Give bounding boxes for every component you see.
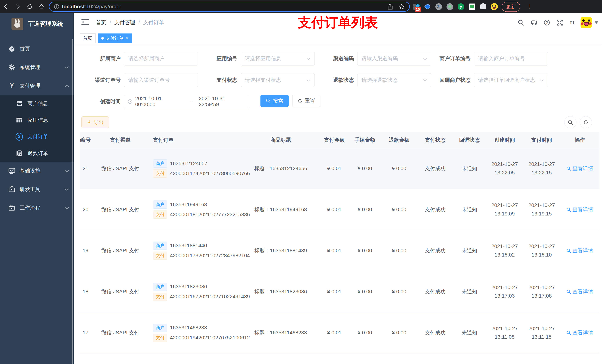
sidebar-item-dev-tools[interactable]: 研发工具 (0, 180, 74, 199)
refresh-table-button[interactable] (580, 116, 592, 128)
search-icon (567, 248, 571, 253)
reset-button[interactable]: 重置 (292, 95, 321, 107)
browser-menu-icon[interactable]: ⋮ (524, 3, 535, 10)
logo-image (11, 18, 23, 30)
status-text: 支付成功 (418, 230, 453, 271)
view-detail-link[interactable]: 查看详情 (567, 329, 593, 336)
notify-text: 未通知 (453, 312, 486, 353)
app-logo[interactable]: 芋道管理系统 (0, 13, 74, 31)
view-detail-link[interactable]: 查看详情 (567, 247, 593, 254)
browser-back-icon[interactable] (0, 2, 12, 11)
toolbox-icon (8, 186, 16, 193)
sidebar-item-home[interactable]: 首页 (0, 40, 74, 58)
table-row[interactable]: 20 微信 JSAPI 支付 商户1635311949168 支付4200001… (80, 189, 599, 230)
share-icon[interactable] (387, 3, 393, 10)
gear-icon (8, 64, 16, 71)
merchant-order-no-input-wrap[interactable] (474, 52, 548, 65)
refresh-icon (583, 119, 589, 125)
sidebar-item-app-info[interactable]: 应用信息 (0, 112, 74, 128)
search-icon (567, 331, 571, 335)
view-detail-link[interactable]: 查看详情 (567, 165, 593, 172)
sidebar-item-payment[interactable]: ¥ 支付管理 (0, 77, 74, 95)
fullscreen-icon[interactable] (555, 17, 565, 29)
app-select[interactable]: 请选择应用信息 (241, 52, 315, 65)
sidebar-scrollbar[interactable] (72, 39, 73, 364)
sidebar-item-pay-order[interactable]: ¥ 支付订单 (0, 128, 74, 145)
merchant-tag: 商户 (153, 159, 167, 167)
github-icon[interactable] (529, 17, 539, 29)
channel-code-select[interactable]: 请输入渠道编码 (357, 52, 431, 65)
browser-update-button[interactable]: 更新 (502, 2, 520, 12)
sidebar-item-system[interactable]: 系统管理 (0, 58, 74, 77)
table-row[interactable]: 17 微信 JSAPI 支付 商户1635311468233 支付4200001… (80, 312, 599, 353)
create-time-range-picker[interactable]: 2021-10-01 00:00:00 - 2021-10-31 23:59:5… (124, 95, 249, 108)
shop-icon (16, 100, 23, 107)
status-text: 支付成功 (418, 271, 453, 312)
search-icon (567, 207, 571, 212)
table-row[interactable]: 21 微信 JSAPI 支付 商户1635312124657 支付4200001… (80, 148, 599, 189)
channel-order-no-input[interactable] (128, 77, 194, 83)
pay-tag: 支付 (153, 251, 167, 260)
tag-pay-order[interactable]: 支付订单 × (98, 33, 132, 43)
svg-text:?: ? (546, 21, 548, 25)
app-title: 芋道管理系统 (28, 20, 63, 28)
font-size-icon[interactable]: tT (568, 17, 578, 29)
view-detail-link[interactable]: 查看详情 (567, 288, 593, 295)
search-button[interactable]: 搜索 (260, 95, 289, 107)
merchant-select-input[interactable] (124, 52, 198, 65)
pay-status-select[interactable]: 请选择支付状态 (241, 73, 315, 87)
browser-reload-icon[interactable] (24, 2, 35, 11)
view-detail-link[interactable]: 查看详情 (567, 206, 593, 213)
header-search-icon[interactable] (516, 17, 526, 29)
tag-close-icon[interactable]: × (126, 36, 128, 41)
user-menu-caret-icon[interactable] (595, 21, 598, 24)
site-info-icon[interactable] (54, 4, 59, 10)
refund-status-select[interactable]: 请选择退款状态 (357, 73, 431, 87)
help-icon[interactable]: ? (542, 17, 552, 29)
extension-grid-icon[interactable]: 10 (413, 3, 420, 10)
chevron-down-icon (423, 77, 427, 83)
merchant-order-no-input[interactable] (478, 56, 544, 62)
merchant-tag: 商户 (153, 200, 167, 209)
merchant-input[interactable] (128, 56, 194, 62)
sidebar-item-merchant-info[interactable]: 商户信息 (0, 95, 74, 112)
merchant-tag: 商户 (153, 283, 167, 291)
sidebar-item-infrastructure[interactable]: 基础设施 (0, 162, 74, 180)
extension-command-icon[interactable]: ⌘ (435, 3, 442, 10)
extension-emoji-icon[interactable] (491, 3, 498, 10)
channel-order-no-input-wrap[interactable] (124, 73, 198, 87)
sidebar-fold-icon[interactable] (74, 19, 93, 26)
url-bar[interactable]: localhost :1024/pay/order (49, 2, 410, 12)
extension-puzzle-icon[interactable] (479, 3, 487, 10)
extension-record-icon[interactable] (446, 3, 453, 10)
extension-pin-icon[interactable] (424, 3, 431, 10)
breadcrumb-home[interactable]: 首页 (96, 19, 106, 26)
tag-home[interactable]: 首页 (80, 33, 96, 43)
search-icon (266, 98, 271, 103)
breadcrumb-payment[interactable]: 支付管理 (114, 19, 135, 26)
status-text: 支付成功 (418, 148, 453, 189)
filter-form: 所属商户 应用编号 请选择应用信息 渠道编码 请输入渠道编码 (74, 45, 602, 108)
table-row-partial[interactable]: 商户1635311051796 (80, 353, 599, 364)
browser-home-icon[interactable] (35, 2, 47, 11)
payment-submenu: 商户信息 应用信息 ¥ 支付订单 退款订单 (0, 95, 74, 162)
notify-text: 未通知 (453, 148, 486, 189)
table-row[interactable]: 18 微信 JSAPI 支付 商户1635311823086 支付4200001… (80, 271, 599, 312)
status-text: 支付成功 (418, 312, 453, 353)
browser-forward-icon[interactable] (12, 2, 24, 11)
hide-search-button[interactable] (564, 116, 576, 128)
extension-y-icon[interactable]: y (457, 3, 465, 10)
sidebar-item-workflow[interactable]: 工作流程 (0, 199, 74, 217)
table-row[interactable]: 19 微信 JSAPI 支付 商户1635311881440 支付4200001… (80, 230, 599, 271)
notify-status-select[interactable]: 请选择订单回调商户状态 (474, 73, 548, 87)
extension-area: 10 ⌘ y 更新 ⋮ (413, 2, 535, 12)
user-avatar[interactable] (580, 17, 592, 28)
export-button[interactable]: 导出 (81, 116, 109, 128)
bookmark-star-icon[interactable] (398, 3, 405, 10)
merchant-tag: 商户 (153, 241, 167, 250)
chevron-down-icon (64, 205, 69, 211)
sidebar-item-refund-order[interactable]: 退款订单 (0, 145, 74, 162)
extension-chat-icon[interactable] (468, 3, 476, 10)
notify-text: 未通知 (453, 189, 486, 230)
notify-text: 未通知 (453, 271, 486, 312)
